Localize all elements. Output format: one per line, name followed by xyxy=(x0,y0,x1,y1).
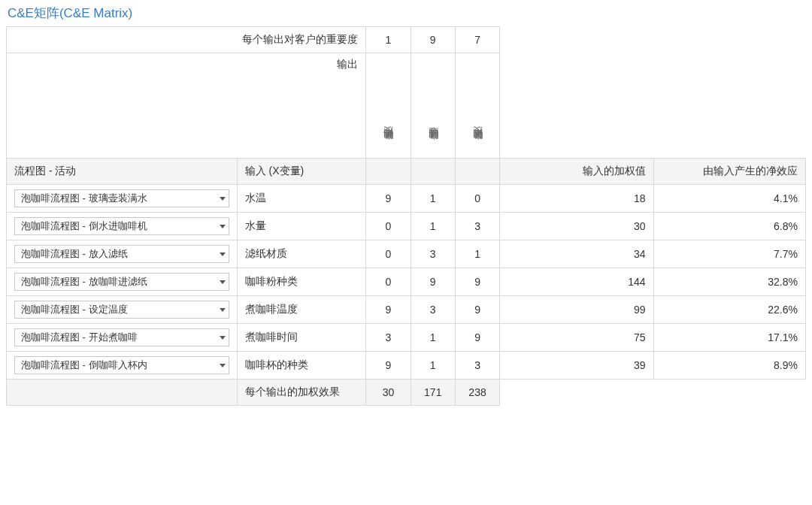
score-cell: 1 xyxy=(455,240,499,268)
activity-cell: 泡咖啡流程图 - 放咖啡进滤纸 xyxy=(7,268,238,296)
score-cell: 0 xyxy=(366,240,411,268)
chevron-down-icon xyxy=(220,225,226,228)
output-name-cell: 咖啡的味道 xyxy=(411,53,455,159)
activity-dropdown[interactable]: 泡咖啡流程图 - 设定温度 xyxy=(14,301,229,319)
output-name-cell: 咖啡的浓度 xyxy=(455,53,499,159)
page-title: C&E矩阵(C&E Matrix) xyxy=(8,5,806,22)
footer-blank xyxy=(7,380,238,406)
activity-cell: 泡咖啡流程图 - 倒咖啡入杯内 xyxy=(7,352,238,380)
activity-dropdown[interactable]: 泡咖啡流程图 - 放咖啡进滤纸 xyxy=(14,273,229,291)
table-row: 泡咖啡流程图 - 设定温度煮咖啡温度9399922.6% xyxy=(7,296,806,324)
weighted-cell: 30 xyxy=(500,213,653,240)
output-name: 咖啡的味道 xyxy=(426,144,440,148)
score-cell: 1 xyxy=(411,213,455,240)
col-header-out xyxy=(366,159,411,185)
chevron-down-icon xyxy=(220,336,226,340)
score-cell: 1 xyxy=(411,324,455,352)
activity-dropdown[interactable]: 泡咖啡流程图 - 倒咖啡入杯内 xyxy=(14,356,229,374)
col-header-input: 输入 (X变量) xyxy=(237,159,366,185)
input-cell: 咖啡粉种类 xyxy=(237,268,366,296)
footer-total: 171 xyxy=(411,380,455,406)
neteffect-cell: 22.6% xyxy=(653,296,805,324)
output-name: 咖啡的热度 xyxy=(381,144,395,148)
col-header-weighted: 输入的加权值 xyxy=(500,159,653,185)
input-cell: 水温 xyxy=(237,185,366,213)
blank-area xyxy=(500,380,806,406)
score-cell: 1 xyxy=(411,352,455,380)
input-cell: 咖啡杯的种类 xyxy=(237,352,366,380)
score-cell: 3 xyxy=(366,324,411,352)
score-cell: 0 xyxy=(455,185,499,213)
table-row: 泡咖啡流程图 - 放咖啡进滤纸咖啡粉种类09914432.8% xyxy=(7,268,806,296)
activity-text: 泡咖啡流程图 - 倒水进咖啡机 xyxy=(21,219,147,233)
score-cell: 9 xyxy=(455,296,499,324)
score-cell: 3 xyxy=(411,240,455,268)
activity-dropdown[interactable]: 泡咖啡流程图 - 放入滤纸 xyxy=(14,245,229,263)
output-label: 输出 xyxy=(7,53,366,74)
score-cell: 3 xyxy=(455,352,499,380)
weighted-cell: 99 xyxy=(500,296,653,324)
table-row: 泡咖啡流程图 - 放入滤纸滤纸材质031347.7% xyxy=(7,240,806,268)
output-name-cell: 咖啡的热度 xyxy=(366,53,411,159)
importance-value: 1 xyxy=(366,27,411,53)
input-cell: 煮咖啡时间 xyxy=(237,324,366,352)
activity-dropdown[interactable]: 泡咖啡流程图 - 玻璃壶装满水 xyxy=(14,189,229,207)
activity-cell: 泡咖啡流程图 - 倒水进咖啡机 xyxy=(7,213,238,240)
score-cell: 9 xyxy=(366,296,411,324)
activity-text: 泡咖啡流程图 - 开始煮咖啡 xyxy=(21,331,138,344)
score-cell: 0 xyxy=(366,213,411,240)
activity-dropdown[interactable]: 泡咖啡流程图 - 倒水进咖啡机 xyxy=(14,217,229,235)
weighted-cell: 18 xyxy=(500,185,653,213)
activity-dropdown[interactable]: 泡咖啡流程图 - 开始煮咖啡 xyxy=(14,328,229,346)
activity-cell: 泡咖啡流程图 - 开始煮咖啡 xyxy=(7,324,238,352)
col-header-activity: 流程图 - 活动 xyxy=(7,159,238,185)
weighted-cell: 34 xyxy=(500,240,653,268)
activity-text: 泡咖啡流程图 - 放咖啡进滤纸 xyxy=(21,275,147,289)
score-cell: 9 xyxy=(366,352,411,380)
activity-text: 泡咖啡流程图 - 放入滤纸 xyxy=(21,247,128,261)
importance-value: 9 xyxy=(411,27,455,53)
table-row: 泡咖啡流程图 - 开始煮咖啡煮咖啡时间3197517.1% xyxy=(7,324,806,352)
activity-text: 泡咖啡流程图 - 设定温度 xyxy=(21,303,128,316)
blank-area xyxy=(7,73,366,159)
col-header-out xyxy=(455,159,499,185)
activity-cell: 泡咖啡流程图 - 设定温度 xyxy=(7,296,238,324)
neteffect-cell: 8.9% xyxy=(653,352,805,380)
score-cell: 0 xyxy=(366,268,411,296)
importance-value: 7 xyxy=(455,27,499,53)
neteffect-cell: 4.1% xyxy=(653,185,805,213)
footer-total: 238 xyxy=(455,380,499,406)
chevron-down-icon xyxy=(220,308,226,312)
col-header-neteffect: 由输入产生的净效应 xyxy=(653,159,805,185)
table-row: 泡咖啡流程图 - 倒咖啡入杯内咖啡杯的种类913398.9% xyxy=(7,352,806,380)
chevron-down-icon xyxy=(220,197,226,201)
chevron-down-icon xyxy=(220,364,226,367)
activity-text: 泡咖啡流程图 - 玻璃壶装满水 xyxy=(21,192,147,205)
neteffect-cell: 17.1% xyxy=(653,324,805,352)
score-cell: 9 xyxy=(411,268,455,296)
score-cell: 9 xyxy=(455,324,499,352)
input-cell: 水量 xyxy=(237,213,366,240)
weighted-cell: 75 xyxy=(500,324,653,352)
ce-matrix-table: 每个输出对客户的重要度 1 9 7 输出 咖啡的热度 咖啡的味道 咖啡的浓度 流… xyxy=(6,26,806,406)
col-header-out xyxy=(411,159,455,185)
footer-label: 每个输出的加权效果 xyxy=(237,380,366,406)
neteffect-cell: 6.8% xyxy=(653,213,805,240)
importance-label: 每个输出对客户的重要度 xyxy=(7,27,366,53)
output-name: 咖啡的浓度 xyxy=(471,144,484,148)
neteffect-cell: 32.8% xyxy=(653,268,805,296)
activity-cell: 泡咖啡流程图 - 玻璃壶装满水 xyxy=(7,185,238,213)
activity-text: 泡咖啡流程图 - 倒咖啡入杯内 xyxy=(21,358,147,372)
score-cell: 1 xyxy=(411,185,455,213)
chevron-down-icon xyxy=(220,252,226,256)
score-cell: 9 xyxy=(455,268,499,296)
weighted-cell: 39 xyxy=(500,352,653,380)
table-row: 泡咖啡流程图 - 玻璃壶装满水水温910184.1% xyxy=(7,185,806,213)
table-row: 泡咖啡流程图 - 倒水进咖啡机水量013306.8% xyxy=(7,213,806,240)
input-cell: 煮咖啡温度 xyxy=(237,296,366,324)
chevron-down-icon xyxy=(220,280,226,284)
input-cell: 滤纸材质 xyxy=(237,240,366,268)
activity-cell: 泡咖啡流程图 - 放入滤纸 xyxy=(7,240,238,268)
score-cell: 9 xyxy=(366,185,411,213)
blank-area xyxy=(500,27,806,159)
